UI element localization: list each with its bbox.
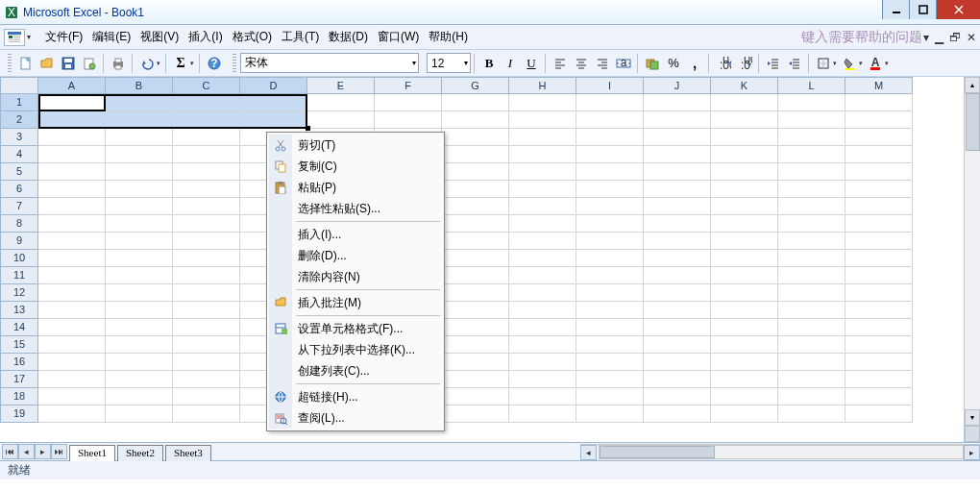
percent-icon[interactable]: % bbox=[664, 54, 683, 73]
align-right-icon[interactable] bbox=[593, 54, 612, 73]
cell[interactable] bbox=[644, 94, 711, 111]
cell[interactable] bbox=[509, 371, 576, 388]
row-header[interactable]: 15 bbox=[0, 336, 38, 354]
cell[interactable] bbox=[711, 371, 778, 388]
cm-hyperlink[interactable]: 超链接(H)... bbox=[269, 386, 442, 407]
row-header[interactable]: 19 bbox=[0, 405, 38, 423]
cell[interactable] bbox=[38, 354, 106, 371]
menu-window[interactable]: 窗口(W) bbox=[373, 27, 424, 47]
cell[interactable] bbox=[576, 284, 644, 302]
scroll-up-icon[interactable]: ▴ bbox=[965, 77, 980, 93]
cell[interactable] bbox=[173, 163, 240, 181]
cell[interactable] bbox=[778, 111, 845, 129]
tab-nav-next-icon[interactable]: ▸ bbox=[35, 444, 51, 459]
cell[interactable] bbox=[711, 302, 778, 319]
scroll-down-icon[interactable]: ▾ bbox=[965, 409, 980, 426]
cell[interactable] bbox=[711, 94, 778, 111]
cell[interactable] bbox=[442, 371, 509, 388]
cell[interactable] bbox=[711, 198, 778, 215]
fill-handle[interactable] bbox=[306, 126, 310, 131]
fill-color-icon[interactable] bbox=[840, 54, 859, 73]
cell[interactable] bbox=[778, 319, 845, 336]
cell[interactable] bbox=[173, 94, 240, 111]
menu-data[interactable]: 数据(D) bbox=[324, 27, 373, 47]
cell[interactable] bbox=[509, 94, 576, 111]
undo-dropdown-icon[interactable]: ▾ bbox=[157, 60, 160, 67]
cell[interactable] bbox=[644, 267, 711, 284]
cell[interactable] bbox=[576, 354, 644, 371]
cell[interactable] bbox=[375, 111, 442, 129]
cell[interactable] bbox=[845, 284, 913, 302]
cell[interactable] bbox=[845, 163, 913, 181]
excel-menu-icon[interactable] bbox=[4, 29, 25, 46]
cm-insert-comment[interactable]: 插入批注(M) bbox=[269, 292, 442, 313]
cell[interactable] bbox=[778, 371, 845, 388]
cell[interactable] bbox=[644, 111, 711, 129]
cell[interactable] bbox=[173, 302, 240, 319]
cell[interactable] bbox=[644, 250, 711, 267]
cell[interactable] bbox=[576, 302, 644, 319]
dropdown-small-icon[interactable]: ▾ bbox=[923, 31, 929, 44]
cell[interactable] bbox=[845, 198, 913, 215]
cell[interactable] bbox=[38, 319, 106, 336]
decrease-decimal-icon[interactable]: .00.0 bbox=[735, 54, 754, 73]
cell[interactable] bbox=[106, 111, 173, 129]
cell[interactable] bbox=[778, 336, 845, 354]
cell[interactable] bbox=[711, 267, 778, 284]
cell[interactable] bbox=[576, 129, 644, 146]
cell[interactable] bbox=[509, 111, 576, 129]
decrease-indent-icon[interactable] bbox=[764, 54, 783, 73]
cell[interactable] bbox=[38, 146, 106, 163]
cell[interactable] bbox=[173, 388, 240, 405]
cell[interactable] bbox=[778, 388, 845, 405]
cell[interactable] bbox=[106, 267, 173, 284]
cell[interactable] bbox=[711, 284, 778, 302]
cell[interactable] bbox=[106, 163, 173, 181]
col-header[interactable]: G bbox=[442, 77, 509, 94]
font-name-combo[interactable]: 宋体▾ bbox=[240, 53, 419, 73]
cell[interactable] bbox=[644, 146, 711, 163]
row-header[interactable]: 13 bbox=[0, 302, 38, 319]
cell[interactable] bbox=[38, 336, 106, 354]
cell[interactable] bbox=[307, 94, 375, 111]
col-header[interactable]: M bbox=[845, 77, 913, 94]
increase-decimal-icon[interactable]: .0.00 bbox=[714, 54, 733, 73]
cell[interactable] bbox=[509, 215, 576, 233]
fontcolor-dropdown-icon[interactable]: ▾ bbox=[885, 60, 889, 67]
cell[interactable] bbox=[576, 405, 644, 423]
cell[interactable] bbox=[442, 181, 509, 198]
cm-paste-special[interactable]: 选择性粘贴(S)... bbox=[269, 198, 442, 219]
maximize-button[interactable] bbox=[909, 0, 936, 19]
cell[interactable] bbox=[845, 146, 913, 163]
row-header[interactable]: 4 bbox=[0, 146, 38, 163]
cell[interactable] bbox=[106, 284, 173, 302]
menu-view[interactable]: 视图(V) bbox=[135, 27, 184, 47]
cell[interactable] bbox=[778, 181, 845, 198]
vertical-scrollbar[interactable]: ▴ ▾ bbox=[964, 77, 980, 442]
menu-file[interactable]: 文件(F) bbox=[40, 27, 87, 47]
cell[interactable] bbox=[778, 250, 845, 267]
merge-center-icon[interactable]: a bbox=[614, 54, 633, 73]
cell[interactable] bbox=[442, 215, 509, 233]
autosum-dropdown-icon[interactable]: ▾ bbox=[190, 60, 194, 67]
cm-copy[interactable]: 复制(C) bbox=[269, 156, 442, 177]
cell[interactable] bbox=[38, 405, 106, 423]
sheet-tab-1[interactable]: Sheet1 bbox=[69, 445, 115, 461]
cell[interactable] bbox=[307, 111, 375, 129]
wb-restore-button[interactable]: 🗗 bbox=[949, 31, 961, 44]
cell[interactable] bbox=[173, 233, 240, 250]
select-all-corner[interactable] bbox=[0, 77, 38, 94]
cell[interactable] bbox=[778, 267, 845, 284]
cell[interactable] bbox=[442, 250, 509, 267]
scroll-left-icon[interactable]: ◂ bbox=[580, 445, 597, 460]
row-header[interactable]: 11 bbox=[0, 267, 38, 284]
cell[interactable] bbox=[845, 336, 913, 354]
cell[interactable] bbox=[711, 111, 778, 129]
cell[interactable] bbox=[106, 233, 173, 250]
cell[interactable] bbox=[442, 284, 509, 302]
cell[interactable] bbox=[576, 371, 644, 388]
cell[interactable] bbox=[106, 336, 173, 354]
cell[interactable] bbox=[778, 198, 845, 215]
cell[interactable] bbox=[644, 388, 711, 405]
align-center-icon[interactable] bbox=[572, 54, 591, 73]
